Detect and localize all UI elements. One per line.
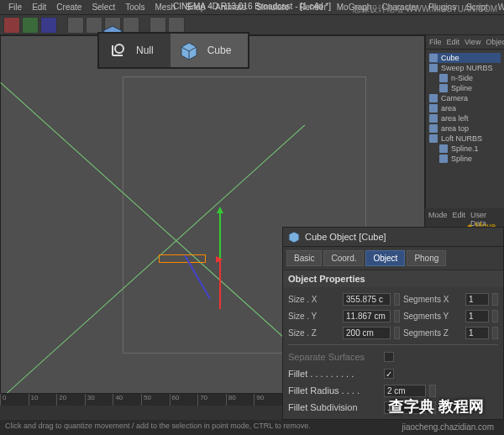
fillet-radius-input[interactable]: 2 cm [384,385,426,397]
menu-item[interactable]: Select [87,3,120,12]
primitive-popup: Null Cube [97,32,249,69]
svg-point-2 [115,45,123,53]
tree-item[interactable]: Spline.1 [429,144,501,154]
axis-y-button[interactable] [22,17,39,34]
field-label: Size . Y [288,312,339,321]
timeline-tick: 70 [197,394,226,406]
field-label: Size . Z [288,328,339,338]
axis-x-button[interactable] [3,17,20,34]
fillet-checkbox[interactable] [384,369,394,379]
toolbar [0,15,504,35]
tree-item-label: area top [441,124,469,133]
tree-item[interactable]: Spline [429,83,501,93]
watermark-text: 查字典 教程网 [389,396,484,417]
y-axis-handle[interactable] [219,208,221,259]
tree-item-label: n-Side [451,74,473,82]
object-tree: CubeSweep NURBSn-SideSplineCameraareaare… [426,50,504,167]
spinner[interactable] [394,327,400,339]
menu-item[interactable]: File [3,3,27,12]
tree-item[interactable]: Cube [429,53,501,63]
panel-menu-item[interactable]: View [465,38,480,46]
menu-item[interactable]: Tools [120,3,150,12]
segments-x-input[interactable]: 1 [465,293,489,306]
object-icon [429,94,438,102]
timeline[interactable]: 0102030405060708090 [0,393,282,420]
field-label: Segments Z [403,328,462,338]
spinner[interactable] [492,310,498,322]
tree-item-label: Spline [451,84,472,92]
field-label: Fillet Subdivision [288,402,381,412]
axis-z-button[interactable] [40,17,57,34]
attr-tab-object[interactable]: Object [365,250,405,266]
timeline-tick: 10 [29,394,57,406]
watermark-text: jiaocheng.chazidian.com [402,422,494,432]
object-icon [429,114,438,123]
object-icon [439,144,448,153]
tree-item[interactable]: Spline [429,154,501,164]
mode-tab[interactable]: Edit [453,211,466,228]
object-icon [429,134,438,143]
tree-item-label: Spline [451,155,472,163]
tree-item[interactable]: area left [429,113,501,123]
object-icon [439,74,448,82]
watermark-text: 思缘设计论坛 WWW.MISSYUAN.COM [353,3,497,15]
tree-item[interactable]: Camera [429,93,501,103]
timeline-tick: 20 [56,394,85,406]
field-label: Segments X [403,295,462,304]
field-label: Separate Surfaces [288,352,381,362]
timeline-tick: 60 [170,394,198,406]
tree-item[interactable]: area top [429,123,501,134]
spinner[interactable] [429,385,436,397]
tree-item-label: Spline.1 [451,144,479,153]
menu-item[interactable]: Edit [27,3,51,12]
tree-item[interactable]: Sweep NURBS [429,63,501,73]
attr-header: Cube Object [Cube] [283,228,503,247]
x-axis-handle[interactable] [219,259,221,309]
separate-surfaces-checkbox [384,352,394,362]
menu-item[interactable]: Create [51,3,87,12]
panel-menubar: FileEditViewObject [426,35,504,50]
segments-z-input[interactable]: 1 [465,327,489,339]
mode-tab[interactable]: Mode [428,211,448,228]
panel-menu-item[interactable]: File [429,38,442,46]
timeline-tick: 80 [226,394,255,406]
size-y-input[interactable]: 11.867 cm [343,310,390,322]
object-icon [439,155,448,163]
field-label: Segments Y [403,312,462,321]
panel-menu-item[interactable]: Object [486,38,504,46]
selected-object-box[interactable] [159,254,206,263]
tree-item-label: Cube [441,54,459,62]
object-icon [429,124,438,133]
tree-item-label: area left [441,114,469,123]
null-menu-item[interactable]: Null [99,34,171,67]
cube-menu-item[interactable]: Cube [171,34,249,67]
size-x-input[interactable]: 355.875 c [343,293,390,306]
spinner[interactable] [394,310,400,322]
attr-tab-coord[interactable]: Coord. [323,250,364,266]
null-icon [106,39,129,62]
object-icon [429,104,438,113]
panel-menu-item[interactable]: Edit [447,38,460,46]
tree-item[interactable]: n-Side [429,73,501,83]
attr-tabs: BasicCoord.ObjectPhong [283,247,503,270]
tree-item-label: Loft NURBS [441,134,482,143]
timeline-tick: 30 [85,394,113,406]
size-z-input[interactable]: 200 cm [343,327,390,339]
attr-tab-phong[interactable]: Phong [407,250,446,266]
tree-item-label: Sweep NURBS [441,64,493,72]
segments-y-input[interactable]: 1 [465,310,489,322]
tree-item[interactable]: area [429,103,501,113]
object-icon [439,84,448,92]
cube-icon [177,39,201,62]
tree-item[interactable]: Loft NURBS [429,134,501,144]
spinner[interactable] [492,327,498,339]
tool-button[interactable] [168,17,185,34]
attr-tab-basic[interactable]: Basic [286,250,322,266]
section-title: Object Properties [283,270,503,287]
spinner[interactable] [394,293,400,306]
spinner[interactable] [492,293,498,306]
tool-button[interactable] [150,17,166,34]
tool-button[interactable] [67,17,84,34]
tree-item-label: Camera [441,94,468,102]
field-label: Fillet . . . . . . . . . [288,369,381,379]
